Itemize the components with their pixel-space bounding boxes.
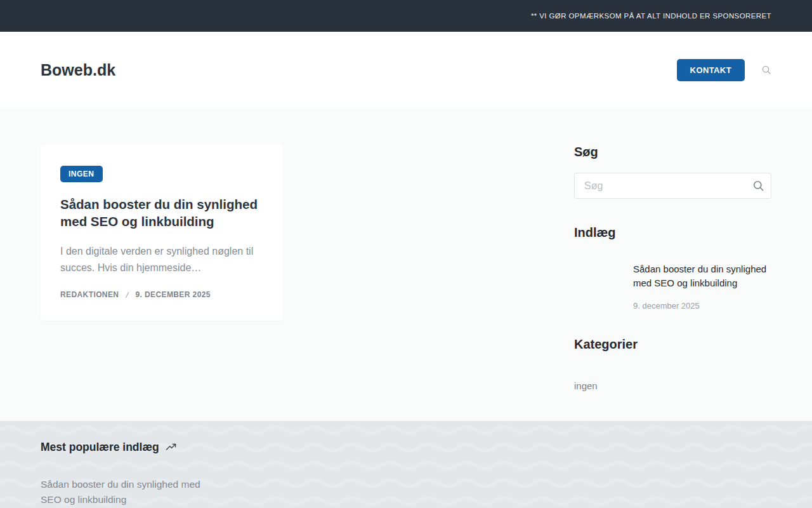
categories-heading: Kategorier xyxy=(574,337,771,352)
sidebar-post-date: 9. december 2025 xyxy=(633,301,771,311)
post-date: 9. DECEMBER 2025 xyxy=(135,290,210,299)
sidebar-post-title[interactable]: Sådan booster du din synlighed med SEO o… xyxy=(633,262,771,290)
category-badge[interactable]: INGEN xyxy=(60,166,103,182)
search-input[interactable] xyxy=(574,173,771,199)
site-logo-title[interactable]: Boweb.dk xyxy=(41,61,115,79)
search-form xyxy=(574,173,771,199)
search-icon xyxy=(752,180,764,192)
header-actions: KONTAKT xyxy=(677,59,771,81)
recent-posts-heading: Indlæg xyxy=(574,225,771,240)
search-widget: Søg xyxy=(574,145,771,199)
search-icon xyxy=(761,65,771,75)
search-submit-button[interactable] xyxy=(747,175,769,196)
categories-widget: Kategorier ingen xyxy=(574,337,771,392)
post-meta: REDAKTIONEN / 9. DECEMBER 2025 xyxy=(60,290,264,300)
site-header: Boweb.dk KONTAKT xyxy=(0,32,812,108)
sidebar-post-body: Sådan booster du din synlighed med SEO o… xyxy=(633,259,771,311)
trending-up-icon xyxy=(166,442,176,453)
meta-separator: / xyxy=(126,290,128,300)
post-title[interactable]: Sådan booster du din synlighed med SEO o… xyxy=(60,196,264,230)
sidebar: Søg Indlæg xyxy=(574,145,771,392)
site-footer: Mest populære indlæg Sådan booster du di… xyxy=(0,421,812,508)
kontakt-button[interactable]: KONTAKT xyxy=(677,59,745,81)
post-thumbnail-placeholder xyxy=(574,259,624,309)
post-author[interactable]: REDAKTIONEN xyxy=(60,290,119,299)
search-widget-heading: Søg xyxy=(574,145,771,159)
top-notice-bar: ** VI GØR OPMÆRKSOM PÅ AT ALT INDHOLD ER… xyxy=(0,0,812,32)
post-excerpt: I den digitale verden er synlighed nøgle… xyxy=(60,243,264,276)
main-content-area: INGEN Sådan booster du din synlighed med… xyxy=(0,108,812,421)
post-list-column: INGEN Sådan booster du din synlighed med… xyxy=(41,145,559,392)
recent-posts-widget: Indlæg Sådan booster du din synlighed me… xyxy=(574,225,771,311)
popular-posts-heading: Mest populære indlæg xyxy=(41,441,159,454)
search-toggle-button[interactable] xyxy=(761,65,771,75)
sponsored-notice-text: ** VI GØR OPMÆRKSOM PÅ AT ALT INDHOLD ER… xyxy=(531,12,771,20)
popular-post-link[interactable]: Sådan booster du din synlighed med SEO o… xyxy=(41,477,212,508)
post-card[interactable]: INGEN Sådan booster du din synlighed med… xyxy=(41,145,284,321)
category-link-ingen[interactable]: ingen xyxy=(574,380,598,391)
popular-posts-heading-row: Mest populære indlæg xyxy=(41,441,771,454)
list-item: Sådan booster du din synlighed med SEO o… xyxy=(574,259,771,311)
